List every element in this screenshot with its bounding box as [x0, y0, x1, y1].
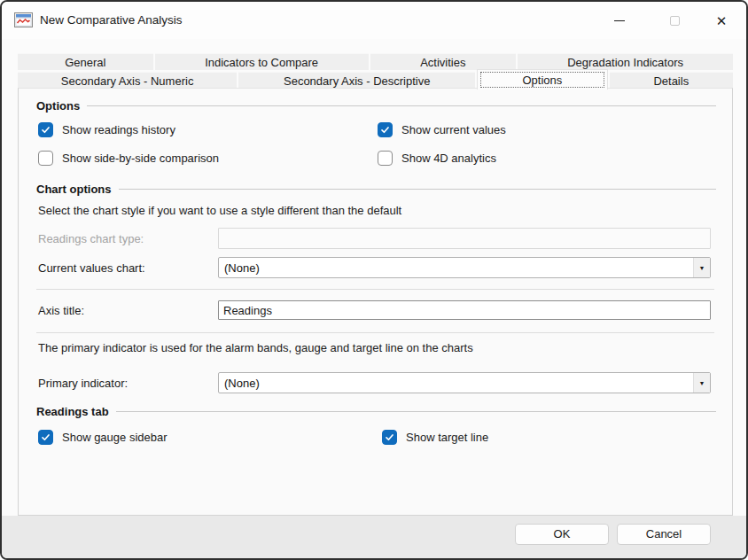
chevron-down-icon: ▼ [699, 265, 705, 271]
tab-degradation-indicators[interactable]: Degradation Indicators [518, 53, 733, 70]
group-rule [116, 411, 716, 412]
readings-tab-group-header: Readings tab [36, 405, 716, 418]
checkbox-show-gauge-sidebar[interactable]: Show gauge sidebar [38, 430, 168, 445]
close-icon: ✕ [716, 14, 728, 27]
tab-indicators-to-compare[interactable]: Indicators to Compare [155, 53, 369, 70]
options-group-header: Options [36, 99, 716, 113]
tab-options[interactable]: Options [477, 69, 607, 89]
primary-indicator-hint: The primary indicator is used for the al… [38, 341, 473, 354]
tab-label: Secondary Axis - Descriptive [284, 74, 430, 88]
chart-options-group-title: Chart options [36, 183, 112, 196]
check-icon [41, 125, 51, 135]
current-values-chart-select[interactable]: (None) ▼ [218, 257, 711, 278]
checkbox-label: Show gauge sidebar [62, 431, 168, 444]
close-button[interactable]: ✕ [707, 6, 736, 35]
check-icon [380, 125, 390, 135]
checkbox-label: Show 4D analytics [401, 152, 496, 165]
axis-title-input[interactable] [218, 300, 711, 320]
check-icon [41, 432, 51, 442]
dialog-footer: OK Cancel [2, 516, 746, 560]
group-rule [119, 189, 717, 190]
current-values-chart-row: Current values chart: (None) ▼ [38, 257, 711, 278]
tab-label: Details [653, 74, 689, 88]
cancel-button[interactable]: Cancel [617, 524, 711, 545]
separator-line [36, 332, 714, 333]
minimize-button[interactable] [605, 6, 634, 35]
options-group-title: Options [36, 99, 80, 113]
checkbox-box[interactable] [382, 430, 397, 445]
tab-strip-row-2: Secondary Axis - Numeric Secondary Axis … [18, 72, 733, 89]
checkbox-box[interactable] [378, 122, 393, 137]
chart-window-icon [14, 12, 33, 27]
checkbox-show-target-line[interactable]: Show target line [382, 430, 488, 445]
tab-label: Secondary Axis - Numeric [61, 74, 194, 88]
tab-label: Activities [420, 56, 465, 69]
separator-line [36, 289, 714, 290]
tab-secondary-axis-descriptive[interactable]: Secondary Axis - Descriptive [238, 72, 475, 89]
checkbox-show-readings-history[interactable]: Show readings history [38, 122, 175, 137]
checkbox-label: Show side-by-side comparison [62, 152, 219, 165]
ok-button[interactable]: OK [515, 524, 609, 545]
chart-options-group-header: Chart options [36, 183, 716, 196]
tab-label: Indicators to Compare [205, 56, 318, 69]
combo-dropdown-button[interactable]: ▼ [693, 258, 710, 277]
minimize-icon [614, 20, 625, 21]
checkbox-label: Show current values [401, 123, 506, 136]
tab-general[interactable]: General [18, 53, 153, 70]
axis-title-label: Axis title: [38, 304, 218, 317]
checkbox-box[interactable] [38, 151, 53, 166]
tab-secondary-axis-numeric[interactable]: Secondary Axis - Numeric [18, 72, 237, 89]
title-bar: New Comparative Analysis ✕ [2, 2, 746, 39]
tab-label: General [65, 56, 105, 69]
primary-indicator-label: Primary indicator: [38, 377, 218, 390]
maximize-button [660, 6, 689, 35]
primary-indicator-select[interactable]: (None) ▼ [218, 372, 711, 393]
group-rule [87, 105, 716, 106]
tab-label: Degradation Indicators [567, 56, 683, 69]
checkbox-show-4d-analytics[interactable]: Show 4D analytics [378, 151, 496, 166]
chart-style-hint: Select the chart style if you want to us… [38, 204, 401, 217]
checkbox-label: Show target line [406, 431, 488, 444]
combo-selected-value: (None) [219, 377, 693, 390]
checkbox-label: Show readings history [62, 123, 175, 136]
tab-activities[interactable]: Activities [370, 53, 517, 70]
readings-chart-type-input [218, 228, 711, 249]
readings-tab-group-title: Readings tab [36, 405, 109, 418]
window-title: New Comparative Analysis [40, 13, 183, 27]
checkbox-box[interactable] [38, 430, 53, 445]
check-icon [385, 432, 394, 442]
tab-label: Options [522, 74, 562, 87]
options-tab-page: Options Show readings history Show curre… [18, 88, 733, 516]
dialog-window: New Comparative Analysis ✕ General Indic… [0, 0, 748, 560]
checkbox-show-side-by-side-comparison[interactable]: Show side-by-side comparison [38, 151, 219, 166]
tab-details[interactable]: Details [610, 72, 733, 89]
readings-chart-type-row: Readings chart type: [38, 228, 711, 249]
combo-dropdown-button[interactable]: ▼ [693, 373, 710, 393]
combo-selected-value: (None) [219, 261, 693, 275]
axis-title-row: Axis title: [38, 300, 711, 320]
maximize-icon [670, 16, 680, 26]
tab-strip-row-1: General Indicators to Compare Activities… [18, 53, 733, 70]
checkbox-box[interactable] [378, 151, 393, 166]
primary-indicator-row: Primary indicator: (None) ▼ [38, 372, 711, 393]
current-values-chart-label: Current values chart: [38, 261, 218, 275]
checkbox-box[interactable] [38, 122, 53, 137]
readings-chart-type-label: Readings chart type: [38, 232, 218, 245]
chevron-down-icon: ▼ [699, 380, 705, 386]
checkbox-show-current-values[interactable]: Show current values [378, 122, 506, 137]
